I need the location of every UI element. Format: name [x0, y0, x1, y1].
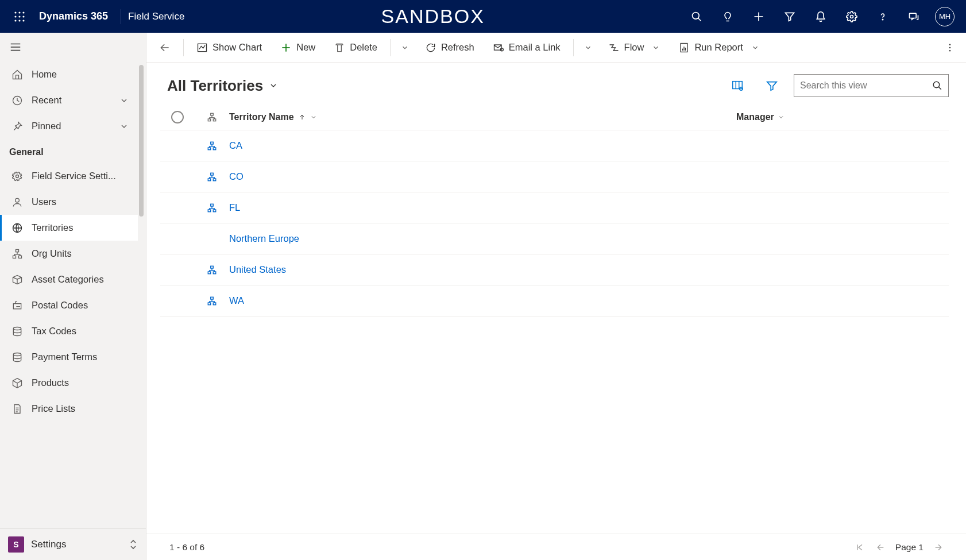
delete-button[interactable]: Delete [326, 33, 385, 63]
main-content: Show Chart New Delete Refresh Email a Li… [146, 33, 966, 560]
view-search[interactable] [794, 74, 949, 97]
svg-rect-72 [208, 179, 211, 181]
territory-link[interactable]: FL [229, 202, 240, 213]
svg-line-55 [938, 87, 941, 90]
app-launcher-button[interactable] [6, 11, 33, 22]
territory-link[interactable]: United States [229, 264, 286, 275]
sidebar-item-price-lists[interactable]: Price Lists [0, 396, 138, 422]
settings-button[interactable] [836, 0, 867, 33]
table-row[interactable]: CO [160, 161, 949, 192]
area-switcher[interactable]: S Settings [0, 528, 146, 560]
territory-link[interactable]: CO [229, 171, 244, 182]
svg-point-8 [22, 20, 24, 21]
sort-asc-icon [299, 113, 306, 121]
row-hierarchy[interactable] [195, 172, 229, 182]
hierarchy-icon [207, 265, 217, 275]
row-hierarchy[interactable] [195, 203, 229, 213]
chevron-down-icon [310, 114, 317, 121]
svg-rect-86 [208, 272, 211, 274]
table-row[interactable]: CA [160, 130, 949, 161]
sidebar-item-tax-codes[interactable]: Tax Codes [0, 318, 138, 344]
svg-point-54 [933, 82, 940, 88]
app-name-label[interactable]: Field Service [128, 11, 184, 22]
svg-point-48 [949, 47, 950, 48]
svg-rect-56 [211, 113, 214, 115]
select-all-column[interactable] [160, 111, 195, 123]
manager-column-header[interactable]: Manager [736, 112, 949, 122]
flow-icon [608, 42, 620, 53]
notifications-button[interactable] [805, 0, 836, 33]
edit-columns-button[interactable] [725, 74, 750, 97]
svg-point-33 [13, 353, 21, 356]
row-hierarchy[interactable] [195, 141, 229, 151]
sidebar-item-label: Org Units [32, 248, 72, 259]
svg-rect-23 [16, 249, 19, 252]
table-row[interactable]: FL [160, 192, 949, 223]
svg-point-1 [18, 11, 20, 13]
svg-rect-92 [211, 297, 214, 299]
svg-point-5 [22, 16, 24, 17]
back-button[interactable] [151, 33, 179, 63]
new-button[interactable]: New [272, 33, 323, 63]
user-avatar[interactable]: MH [935, 7, 955, 26]
svg-rect-87 [213, 272, 216, 274]
help-button[interactable] [867, 0, 898, 33]
email-link-button[interactable]: Email a Link [485, 33, 569, 63]
sidebar-item-org-units[interactable]: Org Units [0, 241, 138, 267]
record-range-label: 1 - 6 of 6 [169, 542, 204, 553]
globe-icon [11, 222, 24, 234]
first-page-button[interactable] [849, 543, 870, 552]
sidebar-item-postal-codes[interactable]: Postal Codes [0, 292, 138, 318]
assistant-button[interactable] [712, 0, 743, 33]
svg-point-20 [16, 175, 19, 177]
row-hierarchy[interactable] [195, 265, 229, 275]
sidebar-item-label: Products [32, 377, 69, 388]
svg-rect-57 [208, 119, 211, 121]
sidebar-item-home[interactable]: Home [0, 61, 138, 87]
filter-button[interactable] [759, 74, 785, 97]
global-search-button[interactable] [681, 0, 712, 33]
sidebar-scrollbar[interactable] [139, 65, 144, 525]
territory-link[interactable]: WA [229, 295, 244, 306]
row-hierarchy[interactable] [195, 296, 229, 306]
global-filter-button[interactable] [774, 0, 805, 33]
prev-page-button[interactable] [870, 543, 891, 552]
sidebar-item-label: Users [32, 196, 56, 207]
sidebar-item-asset-categories[interactable]: Asset Categories [0, 267, 138, 292]
global-add-button[interactable] [743, 0, 774, 33]
view-search-input[interactable] [800, 80, 932, 91]
sidebar-item-recent[interactable]: Recent [0, 87, 138, 113]
flow-button[interactable]: Flow [600, 33, 669, 63]
grid-header-row: Territory Name Manager [160, 104, 949, 130]
sidebar-toggle-button[interactable] [0, 33, 146, 61]
next-page-button[interactable] [928, 543, 949, 552]
territory-link[interactable]: Northern Europe [229, 233, 299, 244]
table-row[interactable]: Northern Europe [160, 223, 949, 254]
territory-name-column-header[interactable]: Territory Name [229, 112, 736, 122]
sidebar-item-territories[interactable]: Territories [0, 215, 138, 241]
hierarchy-icon [207, 296, 217, 306]
svg-point-32 [13, 327, 21, 330]
mail-icon [493, 42, 504, 53]
sidebar-item-users[interactable]: Users [0, 189, 138, 215]
page-number-label: Page 1 [895, 542, 924, 553]
table-row[interactable]: United States [160, 254, 949, 285]
hierarchy-column-header[interactable] [195, 112, 229, 122]
brand-label[interactable]: Dynamics 365 [33, 10, 114, 22]
svg-point-9 [693, 12, 700, 19]
commandbar-overflow-button[interactable] [938, 43, 961, 53]
delete-split-button[interactable] [395, 33, 415, 63]
table-row[interactable]: WA [160, 285, 949, 316]
sidebar-item-field-service-setti-[interactable]: Field Service Setti... [0, 163, 138, 189]
show-chart-button[interactable]: Show Chart [188, 33, 270, 63]
territory-link[interactable]: CA [229, 140, 242, 151]
view-selector[interactable]: All Territories [167, 77, 278, 95]
email-link-split-button[interactable] [578, 33, 598, 63]
refresh-button[interactable]: Refresh [417, 33, 482, 63]
sidebar-item-pinned[interactable]: Pinned [0, 113, 138, 139]
chat-button[interactable] [898, 0, 929, 33]
sidebar-item-products[interactable]: Products [0, 370, 138, 396]
select-all-circle[interactable] [171, 111, 184, 123]
sidebar-item-payment-terms[interactable]: Payment Terms [0, 344, 138, 370]
run-report-button[interactable]: Run Report [670, 33, 767, 63]
